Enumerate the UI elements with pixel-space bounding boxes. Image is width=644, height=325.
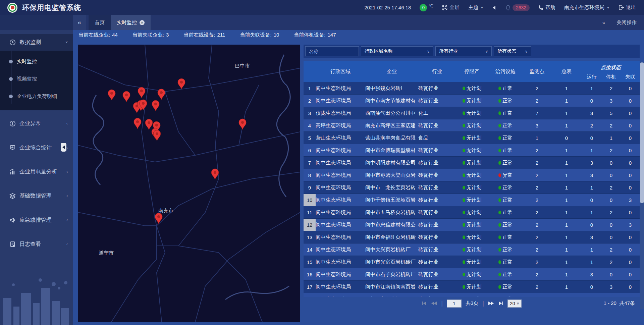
notifications[interactable]: 2632 <box>506 4 530 11</box>
next-page-button[interactable] <box>488 301 494 306</box>
table-row[interactable]: 4高坪生态环境局南充市高坪区王家店建砖瓦行业无计划正常31220 <box>304 119 640 132</box>
cell-run-count: 3 <box>582 157 601 169</box>
table-row[interactable]: 15阆中生态环境局阆中市光富页岩机砖厂砖瓦行业无计划正常21120 <box>304 256 640 268</box>
cell-industry: 砖瓦行业 <box>418 256 456 268</box>
logout-button[interactable]: 退出 <box>619 4 636 11</box>
cell-industry: 砖瓦行业 <box>418 181 456 194</box>
table-row[interactable]: 8阆中生态环境局阆中市枣碧大梁山页岩砖瓦行业无计划异常21300 <box>304 169 640 181</box>
region-filter-select[interactable]: 行政区域名称 ∨ <box>361 46 433 56</box>
sidebar-item-enterprise-abnormal[interactable]: 企业异常‹ <box>0 115 73 132</box>
map-city-label: 南充市 <box>158 208 173 213</box>
status-filter-select[interactable]: 所有状态 ∨ <box>494 46 531 56</box>
sound-button[interactable] <box>492 5 497 10</box>
cell-halt-count: 3 <box>601 95 621 107</box>
table-row[interactable]: 17阆中生态环境局阆中市江南镇阆南页岩砖瓦行业无计划正常21030 <box>304 281 640 293</box>
map-pin[interactable] <box>239 119 246 129</box>
scrollbar-thumb[interactable] <box>640 62 644 203</box>
map-pin[interactable] <box>145 119 153 130</box>
cell-total-meter: 1 <box>551 219 582 231</box>
tab-realtime-monitor[interactable]: 实时监控 ✕ <box>111 15 151 30</box>
cell-monitor-points: 2 <box>523 256 551 268</box>
table-row[interactable]: 10阆中生态环境局阆中千佛镇五郎垭页岩砖瓦行业无计划正常21003 <box>304 194 640 206</box>
tab-home[interactable]: 首页 <box>89 15 111 30</box>
sidebar-item-emergency-reduction[interactable]: 应急减排管理‹ <box>0 212 73 228</box>
cell-lost-count: 0 <box>621 132 640 144</box>
table-row[interactable]: 2阆中生态环境局阆中市南方节能建材有砖瓦行业无计划正常21030 <box>304 95 640 107</box>
sidebar-collapse-handle[interactable] <box>61 143 66 152</box>
table-row[interactable]: 6阆中生态环境局阆中市金博瑞新型墙材砖瓦行业无计划正常21120 <box>304 144 640 157</box>
sidebar-item-label: 企业异常 <box>19 120 63 127</box>
status-dot-icon <box>463 260 465 264</box>
map-pin[interactable] <box>153 130 161 141</box>
tabs-scroll-left-button[interactable]: « <box>73 15 86 30</box>
table-row[interactable]: 3仪陇生态环境局西南油气田分公司川中化工无计划正常71350 <box>304 107 640 119</box>
page-size-select[interactable]: 20 ∨ <box>507 300 522 308</box>
table-row[interactable]: 14阆中生态环境局阆中大兴页岩机砖厂砖瓦行业无计划正常21120 <box>304 243 640 256</box>
cell-company: 阆中市枣碧大梁山页岩 <box>365 169 418 181</box>
cell-index: 4 <box>304 119 316 131</box>
status-dot-icon <box>463 198 465 202</box>
page-number-input[interactable] <box>447 300 462 308</box>
chevron-left-icon: ‹ <box>66 121 68 126</box>
status-dot-icon <box>463 161 465 165</box>
theme-menu[interactable]: 主题 ▼ <box>468 4 484 11</box>
sidebar-item-data-monitoring[interactable]: 数据监测˅ <box>0 34 73 51</box>
map-pin[interactable] <box>138 87 145 98</box>
table-scrollbar[interactable] <box>640 62 644 309</box>
cell-stop-status: 无计划 <box>456 95 488 107</box>
table-row[interactable]: 11阆中生态环境局阆中市五马桥页岩机砖砖瓦行业无计划正常21120 <box>304 206 640 219</box>
cell-stop-status: 无计划 <box>456 194 488 206</box>
cell-index: 10 <box>304 194 316 206</box>
table-row[interactable]: 18南部生态环境局南部县兴华水泥有限公建材加工无计划正常60060 <box>304 293 640 297</box>
cell-run-count: 0 <box>582 293 601 297</box>
total-pages-label: 共3页 <box>466 300 478 307</box>
table-row[interactable]: 12阆中生态环境局阆中市忠信建材有限公砖瓦行业无计划正常21003 <box>304 219 640 231</box>
sidebar-item-log-view[interactable]: 日志查看‹ <box>0 236 73 253</box>
cell-company: 南充市高坪区王家店建 <box>365 119 418 131</box>
cell-index: 9 <box>304 181 316 194</box>
status-dot-icon <box>498 111 501 115</box>
map-pin[interactable] <box>152 100 159 111</box>
table-row[interactable]: 13阆中生态环境局阆中市金福旺页岩机砖砖瓦行业无计划正常21300 <box>304 231 640 243</box>
tabs-scroll-right-button[interactable]: » <box>602 20 605 25</box>
sidebar-group-emergency-reduction: 应急减排管理‹ <box>0 212 73 228</box>
sidebar-subitem-realtime-monitor[interactable]: 实时监控 <box>0 53 73 70</box>
cell-industry: 食品 <box>418 132 456 144</box>
first-page-button[interactable] <box>422 301 427 306</box>
table-row[interactable]: 1阆中生态环境局阆中强锐页岩砖厂砖瓦行业无计划正常21120 <box>304 82 640 95</box>
table-row[interactable]: 9阆中生态环境局阆中市二龙长宝页岩砖砖瓦行业无计划正常21120 <box>304 181 640 194</box>
org-menu[interactable]: 南充市生态环境局 ▼ <box>564 4 610 11</box>
stat-label: 当前失联设备: <box>240 32 271 38</box>
table-row[interactable]: 5营山生态环境局营山县润丰肉食品有限食品无计划正常10010 <box>304 132 640 144</box>
map-pin[interactable] <box>211 169 219 179</box>
cell-treatment-status: 正常 <box>488 181 523 194</box>
cell-company: 阆中千佛镇五郎垭页岩 <box>365 194 418 206</box>
close-operations-button[interactable]: 关闭操作 <box>616 19 637 26</box>
map-pin[interactable] <box>178 78 185 89</box>
cell-region: 阆中生态环境局 <box>316 157 365 169</box>
prev-page-button[interactable] <box>431 301 437 306</box>
cell-region: 南部生态环境局 <box>316 293 365 297</box>
map-pin[interactable] <box>134 118 141 129</box>
industry-filter-select[interactable]: 所有行业 ∨ <box>435 46 492 56</box>
table-row[interactable]: 7阆中生态环境局阆中明阳建材有限公司砖瓦行业无计划正常21300 <box>304 157 640 169</box>
map-pin[interactable] <box>108 90 115 100</box>
tab-close-icon[interactable]: ✕ <box>140 20 145 25</box>
table-row[interactable]: 16阆中生态环境局阆中市石子页岩机砖厂砖瓦行业无计划正常21300 <box>304 268 640 281</box>
fullscreen-button[interactable]: 全屏 <box>442 4 460 11</box>
clock-icon <box>9 39 16 46</box>
cell-treatment-status: 正常 <box>488 95 523 107</box>
map-pin[interactable] <box>123 91 130 102</box>
cell-company: 南部县兴华水泥有限公 <box>365 293 418 297</box>
status-dot-icon <box>498 285 501 289</box>
sidebar-subitem-video-monitor[interactable]: 视频监控 <box>0 70 73 88</box>
last-page-button[interactable] <box>498 301 503 306</box>
name-filter-input[interactable] <box>305 46 359 56</box>
sidebar-subitem-power-load-detail[interactable]: 企业电力负荷明细 <box>0 88 73 105</box>
sidebar-item-base-data-management[interactable]: 基础数据管理‹ <box>0 187 73 204</box>
sidebar-item-power-usage-analysis[interactable]: 企业用电量分析‹ <box>0 163 73 180</box>
map-pin[interactable] <box>158 89 165 100</box>
cell-industry: 砖瓦行业 <box>418 194 456 206</box>
map-panel[interactable]: 巴中市南充市遂宁市 <box>78 45 300 322</box>
help-button[interactable]: 帮助 <box>538 4 555 11</box>
